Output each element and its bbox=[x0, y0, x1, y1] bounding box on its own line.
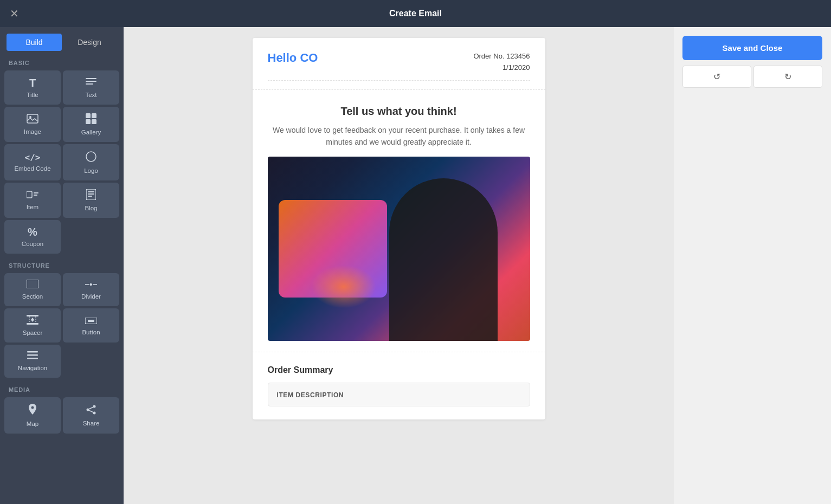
navigation-icon bbox=[27, 351, 38, 361]
structure-blocks-grid: Section Divider bbox=[0, 273, 124, 378]
undo-icon: ↺ bbox=[713, 72, 720, 82]
svg-marker-27 bbox=[31, 320, 34, 322]
order-no: Order No. 123456 bbox=[473, 51, 530, 62]
content-area: Hello CO Order No. 123456 1/1/2020 Tell … bbox=[124, 27, 674, 504]
svg-line-36 bbox=[89, 407, 93, 409]
svg-point-9 bbox=[86, 152, 96, 161]
svg-rect-6 bbox=[92, 113, 96, 118]
redo-icon: ↻ bbox=[784, 72, 791, 82]
svg-rect-1 bbox=[86, 81, 96, 82]
sidebar-item-label: Share bbox=[83, 420, 100, 427]
svg-line-37 bbox=[89, 410, 93, 412]
email-header: Hello CO Order No. 123456 1/1/2020 bbox=[253, 38, 545, 90]
media-section-label: MEDIA bbox=[0, 378, 124, 397]
sidebar-item-divider[interactable]: Divider bbox=[63, 273, 119, 306]
divider-icon bbox=[85, 280, 97, 290]
email-header-inner: Hello CO Order No. 123456 1/1/2020 bbox=[268, 51, 530, 74]
structure-section-label: STRUCTURE bbox=[0, 254, 124, 273]
sidebar-item-embed-code[interactable]: </> Embed Code bbox=[4, 144, 61, 180]
basic-section-label: BASIC bbox=[0, 51, 124, 70]
sidebar-item-label: Title bbox=[27, 92, 38, 98]
save-close-button[interactable]: Save and Close bbox=[682, 36, 822, 60]
email-body-title: Tell us what you think! bbox=[268, 105, 530, 118]
svg-rect-5 bbox=[86, 113, 91, 118]
image-icon bbox=[27, 114, 38, 125]
title-icon: T bbox=[29, 77, 36, 88]
sidebar-item-label: Logo bbox=[84, 167, 98, 174]
sidebar-item-label: Divider bbox=[81, 293, 101, 300]
spacer-icon bbox=[27, 315, 38, 326]
order-date: 1/1/2020 bbox=[473, 62, 530, 74]
svg-rect-12 bbox=[34, 195, 37, 196]
tab-build[interactable]: Build bbox=[7, 34, 62, 51]
svg-rect-16 bbox=[88, 196, 92, 197]
svg-rect-10 bbox=[27, 191, 32, 198]
sidebar-item-label: Embed Code bbox=[14, 165, 50, 172]
svg-rect-23 bbox=[27, 323, 38, 325]
sidebar-item-label: Navigation bbox=[18, 365, 47, 371]
close-icon[interactable]: ✕ bbox=[10, 8, 19, 19]
tab-design[interactable]: Design bbox=[62, 34, 117, 51]
svg-point-35 bbox=[93, 412, 96, 415]
share-icon bbox=[86, 404, 96, 417]
sidebar-item-label: Section bbox=[22, 293, 43, 300]
sidebar-item-share[interactable]: Share bbox=[63, 397, 119, 434]
order-summary-title: Order Summary bbox=[268, 365, 530, 375]
sidebar-item-navigation[interactable]: Navigation bbox=[4, 345, 61, 378]
sidebar-item-label: Coupon bbox=[22, 241, 43, 247]
sidebar-item-spacer[interactable]: Spacer bbox=[4, 308, 61, 343]
svg-rect-11 bbox=[34, 192, 38, 193]
sidebar-item-logo[interactable]: Logo bbox=[63, 144, 119, 180]
section-icon bbox=[27, 280, 38, 290]
undo-button[interactable]: ↺ bbox=[682, 66, 751, 88]
email-order-info: Order No. 123456 1/1/2020 bbox=[473, 51, 530, 74]
svg-rect-29 bbox=[88, 320, 94, 322]
svg-rect-17 bbox=[27, 280, 38, 288]
svg-rect-15 bbox=[88, 193, 94, 195]
tab-row: Build Design bbox=[0, 27, 124, 51]
sidebar-item-label: Gallery bbox=[81, 129, 101, 135]
email-order-block: Order Summary ITEM DESCRIPTION bbox=[253, 352, 545, 419]
topbar: ✕ Create Email bbox=[0, 0, 831, 27]
email-body-text: We would love to get feedback on your re… bbox=[268, 124, 530, 148]
email-hello: Hello CO bbox=[268, 51, 318, 65]
text-icon bbox=[86, 77, 96, 88]
svg-rect-3 bbox=[27, 114, 38, 123]
sidebar-item-coupon[interactable]: % Coupon bbox=[4, 220, 61, 254]
sidebar-item-text[interactable]: Text bbox=[63, 70, 119, 105]
sidebar-item-title[interactable]: T Title bbox=[4, 70, 61, 105]
sidebar-item-label: Text bbox=[85, 92, 96, 98]
svg-rect-31 bbox=[27, 354, 38, 356]
svg-point-34 bbox=[87, 409, 89, 411]
svg-marker-26 bbox=[31, 318, 34, 320]
svg-marker-20 bbox=[91, 283, 92, 286]
sidebar-item-label: Blog bbox=[85, 205, 97, 211]
sidebar-item-gallery[interactable]: Gallery bbox=[63, 107, 119, 142]
basic-blocks-grid: T Title Text bbox=[0, 70, 124, 254]
redo-button[interactable]: ↻ bbox=[753, 66, 822, 88]
email-image bbox=[268, 157, 530, 341]
gallery-icon bbox=[86, 113, 96, 126]
sidebar-item-image[interactable]: Image bbox=[4, 107, 61, 142]
svg-rect-8 bbox=[92, 119, 96, 124]
sidebar-item-label: Item bbox=[27, 204, 38, 210]
sidebar-item-label: Button bbox=[82, 329, 100, 335]
sidebar-item-label: Spacer bbox=[23, 329, 42, 336]
item-icon bbox=[27, 190, 38, 201]
page-title: Create Email bbox=[389, 9, 442, 18]
sidebar-item-map[interactable]: Map bbox=[4, 397, 61, 434]
right-panel: Save and Close ↺ ↻ bbox=[674, 27, 831, 504]
svg-rect-14 bbox=[88, 191, 94, 192]
blog-icon bbox=[86, 189, 96, 202]
svg-rect-2 bbox=[86, 83, 93, 85]
svg-point-33 bbox=[93, 405, 96, 408]
media-blocks-grid: Map Share bbox=[0, 397, 124, 434]
sidebar-item-section[interactable]: Section bbox=[4, 273, 61, 306]
sidebar-item-item[interactable]: Item bbox=[4, 183, 61, 218]
email-body-block: Tell us what you think! We would love to… bbox=[253, 90, 545, 353]
sidebar-item-button[interactable]: Button bbox=[63, 308, 119, 343]
embed-code-icon: </> bbox=[25, 153, 41, 162]
email-container: Hello CO Order No. 123456 1/1/2020 Tell … bbox=[253, 38, 545, 419]
sidebar-item-label: Map bbox=[27, 421, 38, 427]
sidebar-item-blog[interactable]: Blog bbox=[63, 183, 119, 218]
